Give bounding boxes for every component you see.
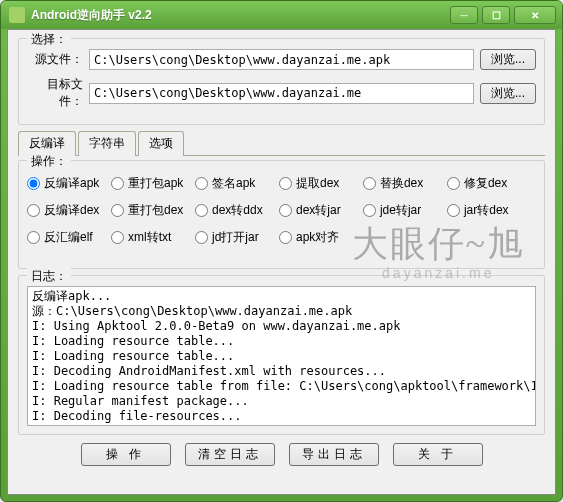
op-label: xml转txt <box>128 229 171 246</box>
op-radio-item[interactable]: 签名apk <box>195 175 279 192</box>
op-radio[interactable] <box>111 177 124 190</box>
log-textarea[interactable]: 反编译apk... 源：C:\Users\cong\Desktop\www.da… <box>27 286 536 426</box>
op-radio-item[interactable]: 替换dex <box>363 175 447 192</box>
op-label: 重打包apk <box>128 175 183 192</box>
titlebar[interactable]: Android逆向助手 v2.2 ─ ☐ ✕ <box>1 1 562 29</box>
clear-log-button[interactable]: 清空日志 <box>185 443 275 466</box>
select-group: 选择： 源文件： 浏览... 目标文件： 浏览... <box>18 38 545 125</box>
source-row: 源文件： 浏览... <box>27 49 536 70</box>
select-group-label: 选择： <box>27 31 71 48</box>
source-browse-button[interactable]: 浏览... <box>480 49 536 70</box>
window-controls: ─ ☐ ✕ <box>450 6 556 24</box>
op-radio-item[interactable]: jd打开jar <box>195 229 279 246</box>
op-radio[interactable] <box>279 231 292 244</box>
op-radio[interactable] <box>111 204 124 217</box>
op-radio-item[interactable]: jde转jar <box>363 202 447 219</box>
op-label: jd打开jar <box>212 229 259 246</box>
op-radio[interactable] <box>27 177 40 190</box>
op-radio-item[interactable]: 反编译apk <box>27 175 111 192</box>
op-radio-item[interactable]: jar转dex <box>447 202 531 219</box>
op-radio[interactable] <box>195 177 208 190</box>
client-area: 大眼仔~旭 dayanzai.me 选择： 源文件： 浏览... 目标文件： 浏… <box>7 29 556 495</box>
op-label: dex转ddx <box>212 202 263 219</box>
op-label: jar转dex <box>464 202 509 219</box>
op-label: jde转jar <box>380 202 421 219</box>
op-radio[interactable] <box>447 204 460 217</box>
op-radio-item[interactable]: dex转ddx <box>195 202 279 219</box>
op-radio[interactable] <box>195 204 208 217</box>
op-radio-item[interactable]: 重打包dex <box>111 202 195 219</box>
op-radio[interactable] <box>279 177 292 190</box>
op-radio[interactable] <box>279 204 292 217</box>
op-radio-item[interactable]: 反编译dex <box>27 202 111 219</box>
tabs: 反编译 字符串 选项 <box>18 131 545 156</box>
tab-options[interactable]: 选项 <box>138 131 184 156</box>
op-label: 重打包dex <box>128 202 183 219</box>
window-title: Android逆向助手 v2.2 <box>31 7 450 24</box>
op-radio[interactable] <box>27 204 40 217</box>
do-button[interactable]: 操 作 <box>81 443 171 466</box>
op-label: apk对齐 <box>296 229 339 246</box>
op-label: dex转jar <box>296 202 341 219</box>
op-label: 签名apk <box>212 175 255 192</box>
op-label: 反编译apk <box>44 175 99 192</box>
app-icon <box>9 7 25 23</box>
target-input[interactable] <box>89 83 474 104</box>
op-radio[interactable] <box>447 177 460 190</box>
op-radio-item[interactable]: 重打包apk <box>111 175 195 192</box>
op-radio[interactable] <box>195 231 208 244</box>
export-log-button[interactable]: 导出日志 <box>289 443 379 466</box>
op-label: 替换dex <box>380 175 423 192</box>
op-radio-item[interactable]: 提取dex <box>279 175 363 192</box>
op-radio[interactable] <box>363 177 376 190</box>
log-group-label: 日志： <box>27 268 71 285</box>
ops-grid: 反编译apk重打包apk签名apk提取dex替换dex修复dex反编译dex重打… <box>27 171 536 260</box>
op-radio-item[interactable]: dex转jar <box>279 202 363 219</box>
op-radio-item[interactable]: 修复dex <box>447 175 531 192</box>
target-row: 目标文件： 浏览... <box>27 76 536 110</box>
tab-string[interactable]: 字符串 <box>78 131 136 156</box>
about-button[interactable]: 关 于 <box>393 443 483 466</box>
op-label: 反汇编elf <box>44 229 93 246</box>
op-label: 修复dex <box>464 175 507 192</box>
op-radio-item[interactable]: 反汇编elf <box>27 229 111 246</box>
op-label: 提取dex <box>296 175 339 192</box>
source-input[interactable] <box>89 49 474 70</box>
target-browse-button[interactable]: 浏览... <box>480 83 536 104</box>
op-radio-item[interactable]: xml转txt <box>111 229 195 246</box>
target-label: 目标文件： <box>27 76 83 110</box>
ops-group-label: 操作： <box>27 153 71 170</box>
window: Android逆向助手 v2.2 ─ ☐ ✕ 大眼仔~旭 dayanzai.me… <box>0 0 563 502</box>
source-label: 源文件： <box>27 51 83 68</box>
op-radio-item[interactable]: apk对齐 <box>279 229 363 246</box>
op-radio[interactable] <box>27 231 40 244</box>
bottom-buttons: 操 作 清空日志 导出日志 关 于 <box>18 443 545 466</box>
op-radio[interactable] <box>363 204 376 217</box>
maximize-button[interactable]: ☐ <box>482 6 510 24</box>
log-group: 日志： 反编译apk... 源：C:\Users\cong\Desktop\ww… <box>18 275 545 435</box>
close-button[interactable]: ✕ <box>514 6 556 24</box>
op-radio[interactable] <box>111 231 124 244</box>
ops-group: 操作： 反编译apk重打包apk签名apk提取dex替换dex修复dex反编译d… <box>18 160 545 269</box>
minimize-button[interactable]: ─ <box>450 6 478 24</box>
op-label: 反编译dex <box>44 202 99 219</box>
